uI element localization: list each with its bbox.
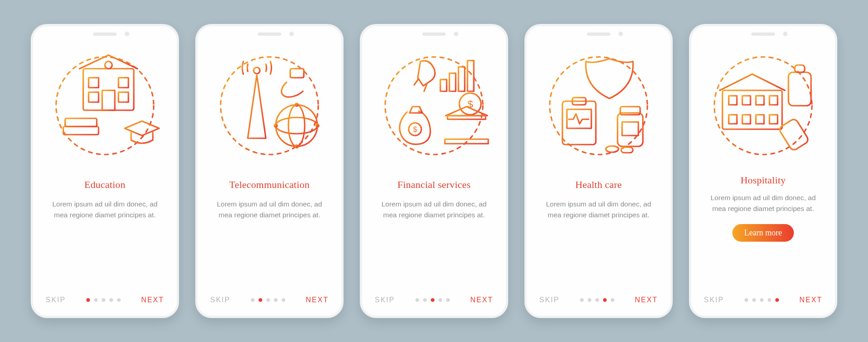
svg-rect-6 [118, 92, 128, 102]
screen-body: Lorem ipsum ad uil dim donec, ad mea reg… [380, 199, 488, 220]
svg-point-15 [254, 67, 260, 74]
phone-camera-dot [783, 32, 788, 36]
screen-body: Lorem ipsum ad uil dim donec, ad mea reg… [709, 192, 817, 214]
phone-notch [422, 33, 446, 36]
pager-dot[interactable] [745, 298, 748, 302]
phone-notch [258, 33, 281, 36]
onboarding-screen: $ $ Financial services Lorem ipsum ad ui… [360, 24, 508, 318]
svg-rect-52 [622, 122, 638, 136]
pager-dots [745, 298, 779, 302]
svg-rect-1 [83, 69, 134, 110]
svg-point-21 [288, 105, 305, 146]
pager-dot[interactable] [117, 298, 121, 302]
pager-dot[interactable] [423, 298, 427, 302]
pager-dots [86, 298, 121, 302]
pager-dot[interactable] [595, 298, 599, 302]
next-button[interactable]: NEXT [141, 296, 164, 304]
onboarding-screen: Education Lorem ipsum ad uil dim donec, … [31, 24, 179, 318]
svg-line-73 [783, 128, 795, 147]
svg-point-20 [276, 117, 317, 134]
next-button[interactable]: NEXT [635, 296, 658, 304]
footer-nav: SKIP NEXT [539, 296, 658, 304]
pager-dot[interactable] [439, 298, 442, 302]
screen-body: Lorem ipsum ad uil dim donec, ad mea reg… [544, 199, 653, 220]
pager-dot[interactable] [266, 298, 270, 302]
pager-dot[interactable] [580, 298, 584, 302]
screen-body: Lorem ipsum ad uil dim donec, ad mea reg… [51, 199, 159, 220]
phone-camera-dot [125, 32, 129, 36]
next-button[interactable]: NEXT [470, 296, 493, 304]
svg-rect-9 [65, 118, 97, 126]
pager-dot[interactable] [588, 298, 591, 302]
onboarding-screen: Health care Lorem ipsum ad uil dim donec… [524, 24, 673, 318]
svg-rect-62 [756, 96, 764, 105]
screen-title: Education [85, 179, 126, 191]
phone-notch [93, 33, 117, 36]
pager-dot[interactable] [446, 298, 450, 302]
svg-rect-2 [102, 90, 115, 110]
svg-rect-60 [729, 96, 737, 105]
svg-rect-61 [742, 96, 750, 105]
svg-rect-5 [89, 92, 99, 102]
pager-dot[interactable] [94, 298, 98, 302]
footer-nav: SKIP NEXT [210, 296, 329, 304]
footer-nav: SKIP NEXT [704, 296, 822, 304]
pager-dot[interactable] [102, 298, 105, 302]
svg-line-74 [788, 126, 799, 144]
pager-dot[interactable] [251, 298, 255, 302]
svg-rect-63 [769, 96, 778, 105]
pager-dot[interactable] [611, 298, 614, 302]
pager-dot[interactable] [259, 298, 262, 302]
pager-dot[interactable] [274, 298, 278, 302]
pager-dot[interactable] [86, 298, 90, 302]
pager-dot[interactable] [775, 298, 779, 302]
svg-rect-69 [795, 65, 805, 72]
pager-dots [251, 298, 285, 302]
skip-button[interactable]: SKIP [375, 296, 395, 304]
svg-rect-4 [118, 78, 128, 88]
pager-dot[interactable] [760, 298, 764, 302]
svg-rect-65 [742, 115, 750, 124]
learn-more-button[interactable]: Learn more [732, 224, 793, 242]
pager-dot[interactable] [768, 298, 771, 302]
footer-nav: SKIP NEXT [46, 296, 164, 304]
pager-dot[interactable] [431, 298, 434, 302]
pager-dot[interactable] [415, 298, 419, 302]
pager-dot[interactable] [282, 298, 285, 302]
svg-rect-29 [458, 67, 465, 91]
svg-text:$: $ [413, 126, 417, 133]
svg-rect-8 [63, 126, 99, 135]
screen-body: Lorem ipsum ad uil dim donec, ad mea reg… [215, 199, 324, 220]
phone-notch [587, 33, 610, 36]
next-button[interactable]: NEXT [799, 296, 822, 304]
svg-point-55 [606, 146, 618, 152]
phone-notch [751, 33, 775, 36]
telecommunication-icon [212, 49, 326, 163]
svg-rect-64 [729, 115, 737, 124]
skip-button[interactable]: SKIP [704, 296, 724, 304]
skip-button[interactable]: SKIP [539, 296, 559, 304]
screen-title: Health care [576, 179, 622, 191]
onboarding-screen: Hospitality Lorem ipsum ad uil dim donec… [689, 24, 837, 318]
pager-dot[interactable] [752, 298, 756, 302]
phone-camera-dot [289, 32, 294, 36]
svg-rect-68 [788, 72, 811, 106]
svg-point-7 [105, 61, 112, 69]
skip-button[interactable]: SKIP [210, 296, 230, 304]
pager-dots [580, 298, 614, 302]
screen-title: Financial services [397, 179, 471, 191]
svg-point-0 [56, 57, 154, 155]
healthcare-icon [542, 49, 656, 163]
skip-button[interactable]: SKIP [46, 296, 66, 304]
pager-dots [415, 298, 450, 302]
phone-camera-dot [618, 32, 623, 36]
svg-line-75 [793, 122, 804, 141]
next-button[interactable]: NEXT [306, 296, 329, 304]
phone-camera-dot [454, 32, 458, 36]
pager-dot[interactable] [603, 298, 607, 302]
financial-icon: $ $ [377, 49, 491, 163]
pager-dot[interactable] [109, 298, 113, 302]
onboarding-screen: Telecommunication Lorem ipsum ad uil dim… [195, 24, 344, 318]
education-icon [48, 49, 162, 163]
screen-title: Hospitality [741, 174, 786, 186]
